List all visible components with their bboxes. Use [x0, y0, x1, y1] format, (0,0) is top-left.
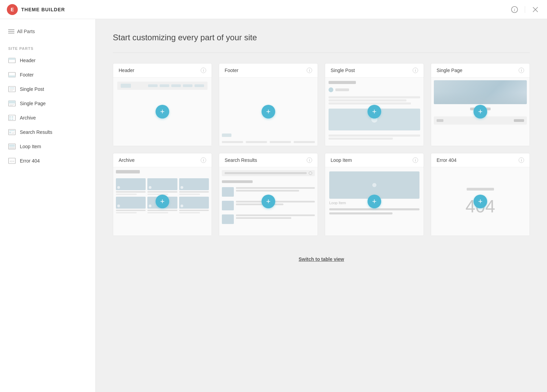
- mockup-result-lines-2: [236, 201, 315, 205]
- mockup-header-bar: [117, 82, 208, 90]
- single-page-add-button[interactable]: +: [473, 105, 487, 118]
- loop-item-card-preview: Loop Item +: [325, 167, 424, 236]
- footer-card-info-icon[interactable]: i: [307, 68, 312, 73]
- sidebar-item-single-post[interactable]: Single Post: [0, 82, 95, 96]
- mockup-loop-label-2: [329, 212, 392, 214]
- sidebar-item-search-results-label: Search Results: [20, 129, 52, 135]
- info-button[interactable]: i: [510, 5, 519, 14]
- footer-add-button[interactable]: +: [262, 105, 275, 118]
- archive-card-preview: +: [113, 167, 212, 236]
- svg-rect-20: [9, 116, 11, 118]
- search-results-card[interactable]: Search Results i: [219, 153, 318, 236]
- mockup-archive-item-4: [116, 197, 146, 213]
- mockup-line-4: [329, 135, 420, 137]
- svg-rect-23: [12, 118, 13, 120]
- mockup-archive-item-1: [116, 178, 146, 195]
- archive-card-header: Archive i: [113, 153, 212, 167]
- mockup-logo: [121, 84, 131, 88]
- mockup-archive-item-3: [179, 178, 209, 195]
- mockup-archive-item-6: [179, 197, 209, 213]
- archive-add-button[interactable]: +: [156, 195, 169, 208]
- svg-rect-22: [9, 118, 11, 120]
- site-parts-label: SITE PARTS: [0, 44, 95, 53]
- header-add-button[interactable]: +: [156, 105, 169, 118]
- mockup-cta-btn: [514, 119, 524, 122]
- single-post-card-title: Single Post: [331, 68, 355, 73]
- loop-item-card-title: Loop Item: [331, 157, 352, 163]
- mockup-author: [335, 88, 349, 91]
- mockup-footer-line-4: [294, 141, 315, 143]
- topbar-left: E THEME BUILDER: [7, 4, 65, 15]
- mockup-result-3: [222, 214, 315, 224]
- header-card-header: Header i: [113, 64, 212, 78]
- mockup-results-label: [222, 180, 253, 183]
- sidebar-item-footer[interactable]: Footer: [0, 68, 95, 82]
- mockup-line-3: [329, 102, 411, 104]
- archive-card-info-icon[interactable]: i: [201, 157, 206, 163]
- mockup-line-2: [329, 99, 406, 101]
- error-404-card[interactable]: Error 404 i 404 +: [431, 153, 530, 236]
- all-parts-header[interactable]: All Parts: [0, 26, 95, 41]
- single-post-card-info-icon[interactable]: i: [413, 68, 418, 73]
- single-post-card-preview: +: [325, 78, 424, 146]
- header-card-info-icon[interactable]: i: [201, 68, 206, 73]
- header-icon: [8, 57, 16, 64]
- single-post-add-button[interactable]: +: [368, 105, 381, 118]
- all-parts-label: All Parts: [17, 29, 35, 34]
- sidebar-item-search-results[interactable]: Search Results: [0, 125, 95, 139]
- mockup-footer-line-3: [270, 141, 291, 143]
- footer-card-title: Footer: [225, 68, 238, 73]
- mockup-search-icon: [309, 171, 312, 175]
- sidebar-item-loop-item[interactable]: Loop Item: [0, 139, 95, 154]
- svg-rect-25: [9, 130, 15, 131]
- svg-rect-29: [9, 134, 15, 135]
- archive-card[interactable]: Archive i: [113, 153, 212, 236]
- loop-item-add-button[interactable]: +: [368, 195, 381, 208]
- mockup-nav-2: [160, 84, 169, 87]
- loop-item-card[interactable]: Loop Item i Loop Item +: [325, 153, 424, 236]
- svg-rect-26: [9, 132, 11, 133]
- loop-item-card-header: Loop Item i: [325, 153, 424, 167]
- sidebar-item-error-404[interactable]: 404 Error 404: [0, 154, 95, 168]
- mockup-archive-img-6: [179, 197, 209, 209]
- main-content: Start customizing every part of your sit…: [96, 19, 547, 392]
- single-page-card[interactable]: Single Page i +: [431, 63, 530, 146]
- single-page-card-info-icon[interactable]: i: [519, 68, 524, 73]
- switch-view-button[interactable]: Switch to table view: [298, 256, 344, 262]
- error-404-card-title: Error 404: [437, 157, 456, 163]
- mockup-footer-line-1: [222, 141, 243, 143]
- mockup-404-label: [467, 188, 494, 191]
- mockup-search-text: [225, 172, 307, 174]
- svg-rect-28: [12, 133, 14, 134]
- sidebar-item-loop-item-label: Loop Item: [20, 144, 41, 149]
- mockup-loop-dot-1: [372, 183, 376, 187]
- mockup-footer-lines: [222, 141, 315, 143]
- error-404-add-button[interactable]: +: [473, 195, 487, 208]
- loop-item-card-info-icon[interactable]: i: [413, 157, 418, 163]
- svg-rect-21: [12, 116, 13, 118]
- mockup-archive-img-4: [116, 197, 146, 209]
- sidebar-item-footer-label: Footer: [20, 72, 34, 78]
- main-footer: Switch to table view: [113, 250, 530, 276]
- sidebar: All Parts SITE PARTS Header Footer: [0, 19, 96, 392]
- title-divider: [113, 53, 530, 53]
- mockup-archive-title: [116, 170, 140, 173]
- error-404-card-info-icon[interactable]: i: [519, 157, 524, 163]
- sidebar-item-archive[interactable]: Archive: [0, 111, 95, 125]
- mockup-post-title: [329, 81, 356, 84]
- svg-text:i: i: [514, 8, 515, 12]
- search-results-card-info-icon[interactable]: i: [307, 157, 312, 163]
- search-results-add-button[interactable]: +: [262, 195, 275, 208]
- single-page-card-preview: +: [431, 78, 530, 146]
- mockup-post-lines: [329, 96, 420, 104]
- header-card[interactable]: Header i: [113, 63, 212, 146]
- sidebar-item-single-page[interactable]: Single Page: [0, 96, 95, 111]
- close-button[interactable]: [531, 5, 540, 14]
- menu-icon: [8, 29, 14, 34]
- mockup-post-lines-2: [329, 135, 420, 140]
- sidebar-item-header[interactable]: Header: [0, 53, 95, 68]
- footer-card[interactable]: Footer i +: [219, 63, 318, 146]
- topbar: E THEME BUILDER i: [0, 0, 547, 19]
- mockup-nav-5: [195, 84, 204, 87]
- single-post-card[interactable]: Single Post i: [325, 63, 424, 146]
